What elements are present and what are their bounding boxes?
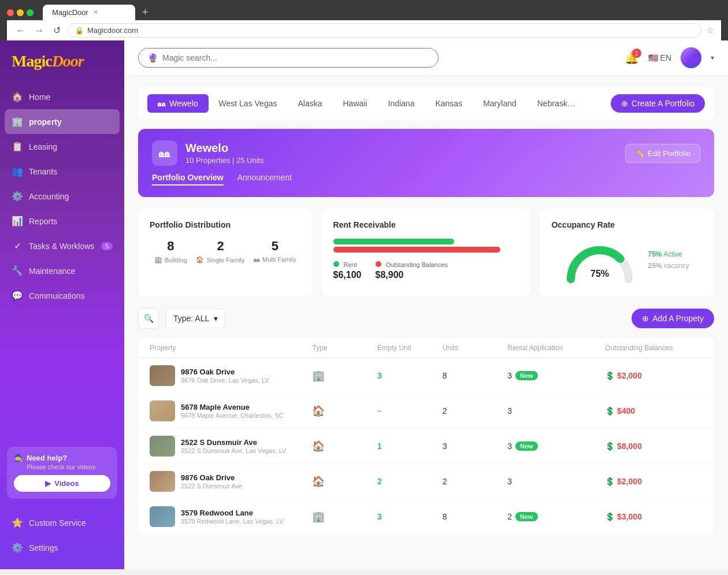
videos-button[interactable]: ▶ Videos (14, 475, 110, 492)
maximize-dot[interactable] (27, 9, 34, 16)
filter-search-button[interactable]: 🔍 (138, 308, 159, 329)
sidebar-item-settings[interactable]: ⚙️ Settings (0, 535, 124, 560)
sidebar-item-maintenance[interactable]: 🔧 Maintenance (0, 258, 124, 283)
table-row[interactable]: 2522 S Dunsmuir Ave 2522 S Dunsmuir Ave,… (138, 429, 714, 464)
new-tab-button[interactable]: + (142, 6, 148, 18)
main-content: 🏘 Wewelo West Las Vegas Alaska Hawaii In… (124, 76, 728, 569)
sidebar-item-label: Reports (29, 217, 57, 226)
portfolio-tab-indiana[interactable]: Indiana (378, 94, 425, 113)
occupancy-rate-card: Occupancy Rate 75% (540, 209, 714, 296)
sidebar-item-reports[interactable]: 📊 Reports (0, 209, 124, 233)
distribution-card: Portfolio Distribution 8 🏢 Building 2 (138, 209, 313, 296)
search-bar[interactable]: 🔮 (138, 48, 439, 68)
url-text: Magicdoor.com (87, 26, 138, 35)
portfolio-tab-kansas[interactable]: Kansas (425, 94, 473, 113)
occupancy-title: Occupancy Rate (551, 220, 703, 229)
property-thumbnail (150, 506, 175, 527)
occupancy-gauge: 75% (565, 239, 634, 285)
user-dropdown-arrow[interactable]: ▾ (711, 54, 714, 62)
user-avatar[interactable] (681, 47, 701, 68)
rent-legend-outstanding: Outstanding Balances $8,900 (376, 259, 448, 280)
rent-legend-rent: Rent $6,100 (333, 259, 362, 280)
rent-receivable-card: Rent Receivable Rent $6,100 (322, 209, 531, 296)
tasks-badge: 5 (101, 242, 113, 250)
flag-icon: 🇺🇸 (648, 53, 658, 62)
tab-close-icon[interactable]: ✕ (93, 9, 98, 16)
dist-building-label: 🏢 Building (154, 256, 187, 264)
dist-single-value: 2 (196, 239, 244, 254)
table-row[interactable]: 9876 Oak Drive 9876 Oak Drive, Las Vegas… (138, 358, 714, 394)
tasks-icon: ✓ (12, 240, 23, 251)
portfolio-tab-alaska[interactable]: Alaska (287, 94, 332, 113)
empty-unit-value: 3 (377, 512, 443, 521)
refresh-button[interactable]: ↺ (51, 23, 63, 38)
portfolio-tab-wewelo[interactable]: 🏘 Wewelo (147, 94, 209, 113)
header-rental-app: Rental Application (507, 344, 605, 352)
occupancy-vacancy-label: 25% vacancy (648, 262, 689, 270)
sidebar-item-label: Home (29, 92, 50, 102)
header-units: Units (443, 344, 508, 352)
type-icon: 🏠 (312, 405, 377, 417)
type-filter-select[interactable]: Type: ALL ▾ (166, 309, 225, 328)
notifications-button[interactable]: 🔔 1 (625, 51, 639, 65)
reports-icon: 📊 (12, 216, 23, 227)
sidebar-item-label: Tasks & Worklows (29, 242, 94, 251)
search-input[interactable] (162, 53, 429, 62)
edit-portfolio-button[interactable]: ✏️ Edit Portfolio (625, 144, 700, 163)
property-name: 9876 Oak Drive (181, 473, 242, 482)
help-title: 🧙 Need help? (14, 454, 110, 462)
table-row[interactable]: 5678 Maple Avenue 5678 Maple Avenue, Cha… (138, 394, 714, 429)
leasing-icon: 📋 (12, 141, 23, 152)
add-property-button[interactable]: ⊕ Add A Propety (632, 309, 714, 328)
property-address: 9876 Oak Drive, Las Vegas, LV (181, 377, 269, 384)
empty-unit-value: 2 (377, 477, 443, 486)
property-name: 2522 S Dunsmuir Ave (181, 438, 286, 447)
table-row[interactable]: 9876 Oak Drive 2522 S Dunsmuir Ave 🏠 2 2… (138, 464, 714, 499)
sidebar-item-accounting[interactable]: ⚙️ Accounting (0, 184, 124, 209)
sidebar-item-property[interactable]: 🏢 property (5, 109, 120, 134)
table-row[interactable]: 3579 Redwood Lane 3579 Redwood Lane, Las… (138, 499, 714, 535)
wewelo-icon: 🏘 (158, 99, 166, 108)
distribution-title: Portfolio Distribution (150, 220, 301, 229)
new-badge: New (515, 512, 538, 521)
avatar-image (681, 47, 701, 68)
close-dot[interactable] (7, 9, 14, 16)
sidebar-item-home[interactable]: 🏠 Home (0, 84, 124, 109)
browser-tab[interactable]: MagicDoor ✕ (43, 5, 135, 20)
forward-button[interactable]: → (32, 23, 46, 38)
portfolio-tab-hawaii[interactable]: Hawaii (333, 94, 378, 113)
empty-unit-value: 1 (377, 442, 443, 451)
sidebar-item-tasks[interactable]: ✓ Tasks & Worklows 5 (0, 233, 124, 258)
property-info: 9876 Oak Drive 9876 Oak Drive, Las Vegas… (150, 365, 312, 386)
help-subtitle: Please check our videos (27, 463, 110, 470)
portfolio-tab-maryland[interactable]: Maryland (473, 94, 527, 113)
sidebar-item-custom-service[interactable]: ⭐ Custom Service (0, 510, 124, 535)
url-bar[interactable]: 🔒 Magicdoor.com (68, 23, 701, 38)
portfolio-name: Wewelo (185, 142, 264, 155)
dist-multi-value: 5 (254, 239, 296, 254)
browser-nav: ← → ↺ (14, 23, 63, 38)
tab-portfolio-overview[interactable]: Portfolio Overview (152, 173, 224, 186)
bookmark-icon[interactable]: ☆ (706, 25, 714, 36)
property-table: Property Type Empty Unit Units Rental Ap… (138, 338, 714, 535)
balance-icon: 💲 (605, 477, 615, 486)
portfolio-tab-nebraska[interactable]: Nebrask… (527, 94, 586, 113)
portfolio-tab-west-las-vegas[interactable]: West Las Vegas (209, 94, 288, 113)
sidebar-item-communications[interactable]: 💬 Commuications (0, 283, 124, 308)
language-selector[interactable]: 🇺🇸 EN (648, 53, 671, 62)
sidebar-item-leasing[interactable]: 📋 Leasing (0, 134, 124, 159)
back-button[interactable]: ← (14, 23, 28, 38)
portfolio-header-card: 🏘 Wewelo 10 Properties | 25 Units (138, 129, 714, 197)
sidebar-item-label: Commuications (29, 291, 84, 301)
units-value: 2 (443, 477, 508, 486)
create-portfolio-button[interactable]: ⊕ Create A Portfolio (611, 94, 705, 113)
minimize-dot[interactable] (17, 9, 24, 16)
app-container: MagicDoor 🏠 Home 🏢 property 📋 Leasing 👥 … (0, 40, 728, 569)
new-badge: New (515, 371, 538, 380)
property-name: 3579 Redwood Lane (181, 509, 284, 517)
tab-announcement[interactable]: Announcement (237, 173, 292, 186)
sidebar-item-tenants[interactable]: 👥 Tenants (0, 159, 124, 184)
dist-single-label: 🏠 Single Family (196, 256, 244, 264)
header-right: 🔔 1 🇺🇸 EN ▾ (625, 47, 714, 68)
address-bar: ← → ↺ 🔒 Magicdoor.com ☆ (7, 20, 721, 40)
